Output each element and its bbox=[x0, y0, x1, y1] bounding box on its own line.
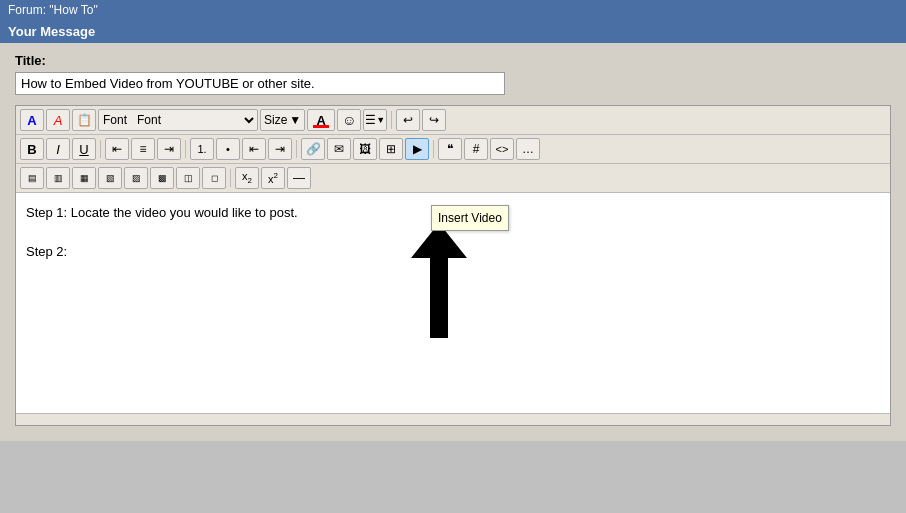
row3-btn-2[interactable]: ▥ bbox=[46, 167, 70, 189]
your-message-header: Your Message bbox=[0, 20, 906, 43]
editor-wrapper: A A 📋 Font Font Arial Times New Roman Co… bbox=[15, 105, 891, 426]
outdent-button[interactable]: ⇤ bbox=[242, 138, 266, 160]
tooltip-box: Insert Video bbox=[431, 205, 509, 231]
forum-bar: Forum: "How To" bbox=[0, 0, 906, 20]
outer-container: Title: A A 📋 Font Font Arial Times New R… bbox=[0, 43, 906, 441]
align-center-button[interactable]: ≡ bbox=[131, 138, 155, 160]
align-left-button[interactable]: ⇤ bbox=[105, 138, 129, 160]
redo-button[interactable]: ↪ bbox=[422, 109, 446, 131]
divider-1 bbox=[391, 111, 392, 129]
italic-button[interactable]: I bbox=[46, 138, 70, 160]
editor-bottom bbox=[16, 413, 890, 425]
row3-btn-3[interactable]: ▦ bbox=[72, 167, 96, 189]
bold-button[interactable]: B bbox=[20, 138, 44, 160]
editor-content-area[interactable]: Step 1: Locate the video you would like … bbox=[16, 193, 890, 413]
insert-video-button[interactable]: ▶ bbox=[405, 138, 429, 160]
superscript-button[interactable]: x2 bbox=[261, 167, 285, 189]
row3-btn-1[interactable]: ▤ bbox=[20, 167, 44, 189]
title-input[interactable] bbox=[15, 72, 505, 95]
font-label: Font bbox=[99, 113, 131, 127]
tooltip-text: Insert Video bbox=[438, 211, 502, 225]
code-button[interactable]: <> bbox=[490, 138, 514, 160]
row3-btn-4[interactable]: ▧ bbox=[98, 167, 122, 189]
divider-5 bbox=[433, 140, 434, 158]
size-label: Size bbox=[264, 113, 287, 127]
color-indicator bbox=[313, 125, 329, 128]
forum-bar-text: Forum: "How To" bbox=[8, 3, 98, 17]
unordered-list-button[interactable]: • bbox=[216, 138, 240, 160]
ordered-list-button[interactable]: 1. bbox=[190, 138, 214, 160]
table-button[interactable]: ⊞ bbox=[379, 138, 403, 160]
arrow-container bbox=[411, 223, 467, 338]
underline-button[interactable]: U bbox=[72, 138, 96, 160]
font-select[interactable]: Font Arial Times New Roman Courier New bbox=[131, 110, 257, 130]
link-button[interactable]: 🔗 bbox=[301, 138, 325, 160]
color-button[interactable]: A bbox=[307, 109, 335, 131]
indent-button[interactable]: ⇥ bbox=[268, 138, 292, 160]
row3-btn-5[interactable]: ▨ bbox=[124, 167, 148, 189]
size-btn[interactable]: Size ▼ bbox=[260, 109, 305, 131]
toolbar-row-2: B I U ⇤ ≡ ⇥ 1. • ⇤ ⇥ bbox=[16, 135, 890, 164]
title-label: Title: bbox=[15, 53, 891, 68]
format-a2-button[interactable]: A bbox=[46, 109, 70, 131]
divider-2 bbox=[100, 140, 101, 158]
row3-btn-8[interactable]: ◻ bbox=[202, 167, 226, 189]
arrow-shaft bbox=[430, 258, 448, 338]
divider-3 bbox=[185, 140, 186, 158]
paste-button[interactable]: 📋 bbox=[72, 109, 96, 131]
align-right-button[interactable]: ⇥ bbox=[157, 138, 181, 160]
your-message-title: Your Message bbox=[8, 24, 95, 39]
smiley-button[interactable]: ☺ bbox=[337, 109, 361, 131]
row3-btn-6[interactable]: ▩ bbox=[150, 167, 174, 189]
more-button[interactable]: … bbox=[516, 138, 540, 160]
undo-button[interactable]: ↩ bbox=[396, 109, 420, 131]
divider-4 bbox=[296, 140, 297, 158]
toolbar-row-3: ▤ ▥ ▦ ▧ ▨ ▩ ◫ ◻ x2 x2 — bbox=[16, 164, 890, 193]
media-button[interactable]: ☰ ▼ bbox=[363, 109, 387, 131]
email-button[interactable]: ✉ bbox=[327, 138, 351, 160]
row3-btn-7[interactable]: ◫ bbox=[176, 167, 200, 189]
hash-button[interactable]: # bbox=[464, 138, 488, 160]
font-select-wrapper: Font Font Arial Times New Roman Courier … bbox=[98, 109, 258, 131]
format-a-button[interactable]: A bbox=[20, 109, 44, 131]
divider-6 bbox=[230, 169, 231, 187]
toolbar-row-1: A A 📋 Font Font Arial Times New Roman Co… bbox=[16, 106, 890, 135]
hr-button[interactable]: — bbox=[287, 167, 311, 189]
image-button[interactable]: 🖼 bbox=[353, 138, 377, 160]
blockquote-button[interactable]: ❝ bbox=[438, 138, 462, 160]
subscript-button[interactable]: x2 bbox=[235, 167, 259, 189]
